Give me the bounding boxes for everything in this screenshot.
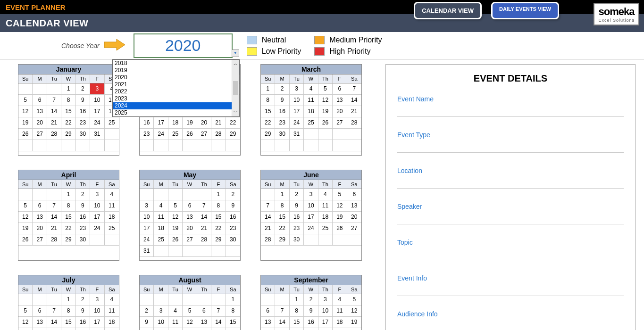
day-cell[interactable]: 17 (90, 317, 104, 328)
day-cell[interactable]: 19 (18, 117, 33, 129)
day-cell[interactable]: 24 (290, 117, 304, 129)
field-input[interactable] (397, 322, 624, 330)
day-cell[interactable]: 9 (76, 305, 90, 317)
day-cell[interactable] (140, 189, 154, 200)
day-cell[interactable]: 18 (304, 106, 318, 117)
day-cell[interactable] (183, 246, 197, 257)
day-cell[interactable]: 1 (61, 189, 75, 200)
day-cell[interactable] (333, 234, 347, 246)
scroll-up-icon[interactable]: ︿ (232, 60, 239, 68)
day-cell[interactable]: 12 (347, 305, 361, 317)
day-cell[interactable]: 7 (47, 200, 61, 212)
day-cell[interactable] (211, 246, 226, 257)
day-cell[interactable]: 22 (226, 328, 240, 330)
day-cell[interactable] (168, 140, 183, 151)
day-cell[interactable]: 26 (333, 223, 347, 234)
day-cell[interactable] (47, 140, 61, 151)
day-cell[interactable] (154, 246, 168, 257)
day-cell[interactable] (33, 189, 47, 200)
day-cell[interactable]: 26 (18, 129, 33, 140)
day-cell[interactable]: 18 (105, 317, 119, 328)
day-cell[interactable]: 1 (261, 83, 275, 95)
day-cell[interactable]: 19 (318, 106, 333, 117)
day-cell[interactable]: 9 (76, 95, 90, 106)
day-cell[interactable]: 3 (140, 200, 154, 212)
day-cell[interactable] (197, 294, 211, 305)
day-cell[interactable]: 11 (333, 305, 347, 317)
field-input[interactable] (397, 107, 624, 117)
day-cell[interactable]: 6 (197, 305, 211, 317)
day-cell[interactable]: 23 (76, 223, 90, 234)
day-cell[interactable]: 25 (168, 129, 183, 140)
day-cell[interactable] (318, 129, 333, 140)
day-cell[interactable]: 27 (33, 234, 47, 246)
dropdown-scrollbar[interactable]: ︿ ﹀ (232, 60, 239, 116)
day-cell[interactable] (226, 246, 240, 257)
day-cell[interactable]: 15 (211, 212, 226, 223)
day-cell[interactable] (47, 83, 61, 95)
day-cell[interactable]: 12 (18, 106, 33, 117)
day-cell[interactable]: 14 (261, 212, 275, 223)
day-cell[interactable]: 16 (76, 317, 90, 328)
day-cell[interactable]: 19 (168, 223, 183, 234)
day-cell[interactable]: 30 (290, 234, 304, 246)
day-cell[interactable]: 6 (261, 305, 275, 317)
day-cell[interactable] (105, 234, 119, 246)
day-cell[interactable]: 16 (140, 117, 154, 129)
day-cell[interactable] (47, 189, 61, 200)
day-cell[interactable] (261, 189, 275, 200)
day-cell[interactable]: 2 (76, 189, 90, 200)
day-cell[interactable]: 28 (47, 234, 61, 246)
day-cell[interactable] (197, 140, 211, 151)
year-option[interactable]: 2019 (113, 67, 232, 74)
day-cell[interactable]: 18 (154, 223, 168, 234)
day-cell[interactable]: 20 (183, 223, 197, 234)
day-cell[interactable]: 13 (183, 212, 197, 223)
day-cell[interactable]: 6 (33, 305, 47, 317)
day-cell[interactable]: 2 (76, 83, 90, 95)
day-cell[interactable]: 28 (261, 234, 275, 246)
day-cell[interactable]: 4 (105, 294, 119, 305)
day-cell[interactable] (33, 294, 47, 305)
day-cell[interactable]: 24 (90, 117, 104, 129)
day-cell[interactable]: 14 (347, 95, 361, 106)
day-cell[interactable]: 15 (275, 212, 289, 223)
day-cell[interactable]: 11 (304, 95, 318, 106)
day-cell[interactable]: 10 (304, 200, 318, 212)
day-cell[interactable]: 8 (61, 200, 75, 212)
day-cell[interactable]: 27 (33, 129, 47, 140)
day-cell[interactable]: 4 (168, 305, 183, 317)
day-cell[interactable]: 21 (275, 328, 289, 330)
scroll-down-icon[interactable]: ﹀ (232, 108, 239, 116)
day-cell[interactable]: 14 (275, 317, 289, 328)
day-cell[interactable] (333, 129, 347, 140)
scroll-thumb[interactable] (233, 81, 238, 95)
day-cell[interactable] (183, 189, 197, 200)
day-cell[interactable]: 12 (333, 200, 347, 212)
field-input[interactable] (397, 250, 624, 260)
day-cell[interactable]: 21 (47, 328, 61, 330)
day-cell[interactable]: 29 (226, 129, 240, 140)
day-cell[interactable]: 15 (61, 106, 75, 117)
year-option[interactable]: 2022 (113, 88, 232, 95)
day-cell[interactable]: 15 (226, 317, 240, 328)
day-cell[interactable]: 29 (61, 234, 75, 246)
day-cell[interactable]: 23 (304, 328, 318, 330)
day-cell[interactable]: 26 (18, 234, 33, 246)
year-option[interactable]: 2021 (113, 81, 232, 88)
day-cell[interactable]: 9 (76, 200, 90, 212)
day-cell[interactable]: 11 (105, 305, 119, 317)
day-cell[interactable]: 20 (347, 212, 361, 223)
day-cell[interactable]: 16 (290, 212, 304, 223)
day-cell[interactable]: 5 (333, 189, 347, 200)
day-cell[interactable] (154, 294, 168, 305)
day-cell[interactable]: 12 (183, 317, 197, 328)
day-cell[interactable]: 20 (197, 328, 211, 330)
day-cell[interactable]: 8 (275, 200, 289, 212)
day-cell[interactable]: 18 (105, 212, 119, 223)
day-cell[interactable]: 11 (154, 212, 168, 223)
day-cell[interactable]: 20 (33, 117, 47, 129)
day-cell[interactable]: 21 (47, 223, 61, 234)
year-option[interactable]: 2024 (113, 102, 232, 109)
day-cell[interactable]: 4 (333, 294, 347, 305)
